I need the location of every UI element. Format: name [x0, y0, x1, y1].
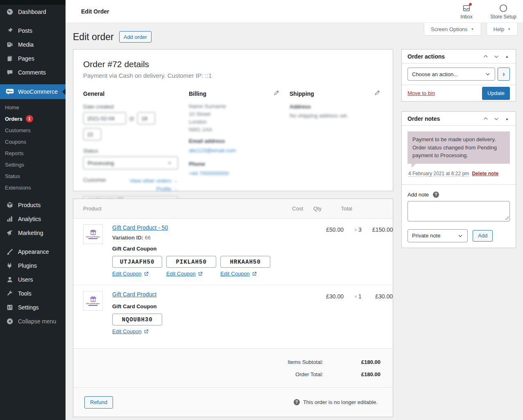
collapse-toggle-icon[interactable]: ▲ — [502, 113, 512, 124]
collapse-toggle-icon[interactable]: ▲ — [502, 51, 512, 62]
add-note-button[interactable]: Add — [473, 230, 493, 242]
inbox-button[interactable]: Inbox — [453, 3, 480, 20]
view-other-orders-link[interactable]: View other orders → — [130, 178, 178, 184]
date-created-input[interactable]: 2021-02-04 — [83, 112, 126, 124]
users-icon — [6, 275, 14, 284]
email-address-label: Email address — [189, 138, 279, 144]
edit-coupon-link[interactable]: Edit Coupon — [166, 271, 196, 277]
delete-note-link[interactable]: Delete note — [472, 171, 498, 176]
billing-address-line: London — [189, 119, 279, 124]
inbox-unread-dot — [469, 3, 472, 6]
order-item-row: Gift Card Product Gift Card Product - 50… — [73, 219, 393, 285]
not-editable-note: This order is no longer editable. — [303, 399, 378, 405]
billing-address-line: 10 Street — [189, 111, 279, 117]
sidebar-item-wc-reports[interactable]: Reports — [0, 147, 66, 159]
help-icon[interactable]: ? — [433, 192, 439, 198]
move-down-icon[interactable] — [491, 51, 502, 62]
help-tab[interactable]: Help ▼ — [487, 23, 518, 36]
item-cost: £30.00 — [299, 291, 344, 334]
note-type-select[interactable]: Private note — [408, 229, 468, 242]
gift-card-coupon-heading: Gift Card Coupon — [112, 246, 270, 252]
sidebar-item-appearance[interactable]: Appearance — [0, 245, 66, 259]
media-icon — [6, 41, 14, 49]
edit-coupon-link[interactable]: Edit Coupon — [112, 328, 142, 334]
status-label: Status — [83, 148, 178, 154]
move-down-icon[interactable] — [491, 113, 502, 124]
hour-input[interactable]: 18 — [137, 112, 155, 124]
sidebar-item-analytics[interactable]: Analytics — [0, 212, 66, 226]
order-item-row: Gift Card Product Gift Card Product Gift… — [73, 285, 393, 343]
move-up-icon[interactable] — [480, 113, 491, 124]
product-link[interactable]: Gift Card Product - 50 — [112, 224, 168, 231]
edit-shipping-pencil-icon[interactable] — [374, 90, 380, 97]
sidebar-item-marketing[interactable]: Marketing — [0, 226, 66, 240]
total-column-header: Total — [332, 205, 352, 212]
sidebar-item-wc-coupons[interactable]: Coupons — [0, 136, 66, 147]
screen-options-tab[interactable]: Screen Options ▼ — [424, 23, 481, 36]
sidebar-item-collapse-menu[interactable]: Collapse menu — [0, 314, 66, 328]
sidebar-item-dashboard[interactable]: Dashboard — [0, 5, 66, 19]
dashboard-icon — [6, 8, 14, 16]
order-bulk-actions-row: Refund ? This order is no longer editabl… — [73, 387, 393, 417]
sidebar-item-wc-extensions[interactable]: Extensions — [0, 182, 66, 193]
appearance-icon — [6, 248, 14, 256]
sidebar-item-wc-settings[interactable]: Settings — [0, 159, 66, 170]
add-note-label: Add note — [408, 192, 429, 198]
billing-phone-link[interactable]: +44 7000000000 — [189, 170, 229, 176]
sidebar-item-wc-orders[interactable]: Orders1 — [0, 113, 66, 124]
billing-column: Billing Name Surname 10 Street London NW… — [189, 90, 290, 210]
refund-button[interactable]: Refund — [84, 396, 113, 409]
sidebar-item-pages[interactable]: Pages — [0, 52, 66, 65]
sidebar-item-wc-customers[interactable]: Customers — [0, 124, 66, 136]
order-actions-panel: Order actions ▲ Choose an action... › Mo… — [401, 49, 516, 102]
move-to-bin-link[interactable]: Move to bin — [408, 90, 435, 96]
analytics-icon — [6, 215, 14, 223]
order-actions-title: Order actions — [408, 53, 480, 60]
plugins-icon — [6, 262, 14, 270]
pin-icon — [6, 27, 14, 35]
add-order-button[interactable]: Add order — [119, 31, 152, 43]
sidebar-item-woocommerce[interactable]: Woo WooCommerce — [0, 84, 66, 99]
move-up-icon[interactable] — [480, 51, 491, 62]
item-total: £30.00 — [372, 291, 393, 334]
shipping-address-value: No shipping address set. — [290, 113, 380, 118]
products-icon — [6, 201, 14, 209]
items-table-header: Product Cost Qty Total — [73, 199, 393, 219]
sidebar-item-wc-home[interactable]: Home — [0, 102, 66, 113]
sidebar-item-comments[interactable]: Comments — [0, 65, 66, 79]
product-link[interactable]: Gift Card Product — [112, 291, 156, 298]
item-qty: ×1 — [344, 291, 372, 334]
sidebar-item-plugins[interactable]: Plugins — [0, 259, 66, 273]
sidebar-item-media[interactable]: Media — [0, 38, 66, 52]
edit-coupon-link[interactable]: Edit Coupon — [220, 271, 250, 277]
billing-email-link[interactable]: abc123@email.com — [189, 147, 236, 154]
help-icon[interactable]: ? — [294, 399, 300, 405]
add-note-textarea[interactable] — [408, 201, 510, 221]
edit-billing-pencil-icon[interactable] — [274, 90, 280, 97]
coupon-code-box: PIKLAH50 — [166, 256, 216, 268]
minute-input[interactable]: 22 — [83, 128, 101, 140]
sidebar-item-products[interactable]: Products — [0, 198, 66, 212]
order-items-panel: Product Cost Qty Total Gift Card Product… — [73, 199, 393, 417]
external-link-icon — [144, 271, 149, 276]
store-setup-button[interactable]: Store Setup — [490, 3, 516, 20]
sidebar-item-posts[interactable]: Posts — [0, 24, 66, 38]
sidebar-item-settings[interactable]: Settings — [0, 300, 66, 314]
sidebar-item-wc-status[interactable]: Status — [0, 170, 66, 182]
coupon-code-box: UTJAAFH50 — [112, 256, 162, 268]
sidebar-item-tools[interactable]: Tools — [0, 287, 66, 300]
order-notes-title: Order notes — [408, 115, 480, 122]
pages-icon — [6, 54, 14, 63]
order-action-select[interactable]: Choose an action... — [408, 68, 495, 81]
sidebar-item-users[interactable]: Users — [0, 273, 66, 287]
update-button[interactable]: Update — [482, 87, 510, 100]
external-link-icon — [198, 271, 203, 276]
external-link-icon — [252, 271, 257, 276]
order-status-select[interactable]: Processing × — [83, 156, 178, 169]
customer-profile-link[interactable]: Profile → — [156, 186, 178, 192]
apply-action-button[interactable]: › — [498, 68, 510, 81]
woocommerce-submenu: Home Orders1 Customers Coupons Reports S… — [0, 99, 66, 198]
items-subtotal-row: Items Subtotal: £180.00 — [73, 356, 380, 368]
clear-icon: × — [168, 160, 171, 166]
edit-coupon-link[interactable]: Edit Coupon — [112, 271, 142, 277]
